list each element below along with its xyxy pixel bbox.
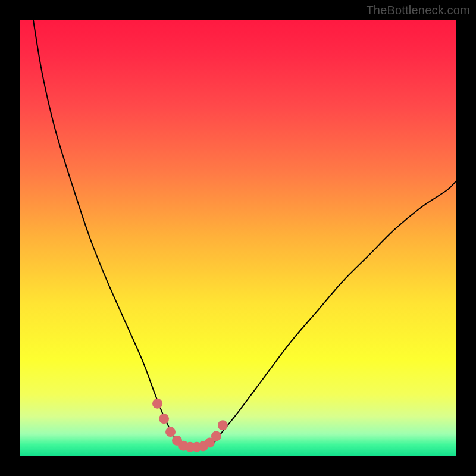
highlight-dot bbox=[165, 427, 176, 437]
highlight-dot bbox=[218, 420, 228, 430]
watermark-text: TheBottleneck.com bbox=[366, 4, 470, 17]
highlight-dot bbox=[152, 399, 162, 409]
highlight-dot bbox=[211, 431, 221, 441]
highlight-dot bbox=[159, 414, 169, 424]
chart-frame: TheBottleneck.com bbox=[0, 0, 476, 476]
plot-area bbox=[20, 20, 456, 456]
gradient-background bbox=[20, 20, 456, 456]
chart-svg bbox=[20, 20, 456, 456]
